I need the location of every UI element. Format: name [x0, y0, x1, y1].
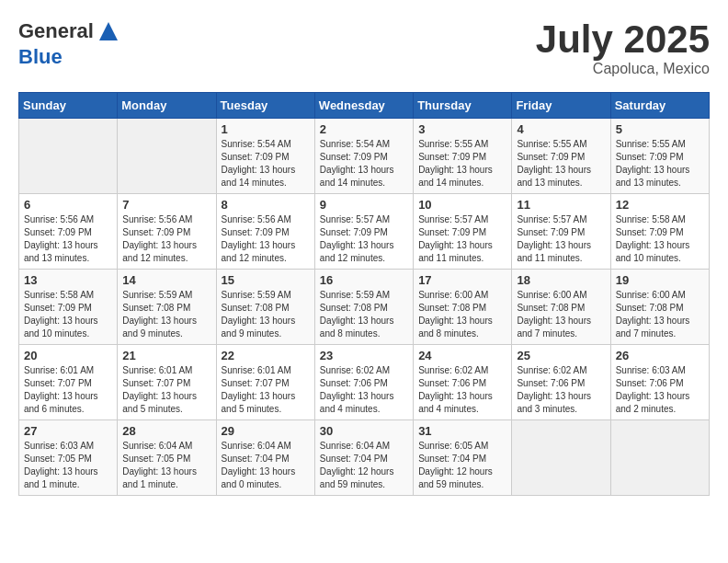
day-number: 19: [616, 273, 704, 287]
col-tuesday: Tuesday: [216, 93, 314, 119]
day-number: 23: [320, 349, 408, 362]
calendar-cell: [610, 420, 709, 496]
day-info: Sunrise: 5:59 AM Sunset: 7:08 PM Dayligh…: [122, 289, 210, 340]
calendar-cell: 15Sunrise: 5:59 AM Sunset: 7:08 PM Dayli…: [216, 270, 314, 345]
day-info: Sunrise: 6:04 AM Sunset: 7:04 PM Dayligh…: [320, 440, 408, 491]
day-info: Sunrise: 6:00 AM Sunset: 7:08 PM Dayligh…: [616, 289, 704, 340]
col-friday: Friday: [512, 93, 610, 119]
day-info: Sunrise: 5:54 AM Sunset: 7:09 PM Dayligh…: [222, 138, 310, 190]
day-info: Sunrise: 5:55 AM Sunset: 7:09 PM Dayligh…: [616, 138, 704, 190]
day-info: Sunrise: 5:58 AM Sunset: 7:09 PM Dayligh…: [616, 213, 704, 265]
calendar-cell: 5Sunrise: 5:55 AM Sunset: 7:09 PM Daylig…: [610, 119, 709, 194]
day-info: Sunrise: 6:00 AM Sunset: 7:08 PM Dayligh…: [517, 289, 605, 340]
day-info: Sunrise: 6:04 AM Sunset: 7:05 PM Dayligh…: [122, 440, 210, 491]
calendar-cell: 31Sunrise: 6:05 AM Sunset: 7:04 PM Dayli…: [414, 420, 512, 496]
day-info: Sunrise: 5:57 AM Sunset: 7:09 PM Dayligh…: [320, 213, 408, 265]
calendar-cell: 22Sunrise: 6:01 AM Sunset: 7:07 PM Dayli…: [216, 345, 314, 420]
day-info: Sunrise: 6:02 AM Sunset: 7:06 PM Dayligh…: [517, 364, 605, 416]
col-saturday: Saturday: [610, 93, 709, 119]
main-title: July 2025: [536, 18, 710, 61]
calendar-week-1: 1Sunrise: 5:54 AM Sunset: 7:09 PM Daylig…: [19, 119, 710, 194]
col-monday: Monday: [118, 93, 216, 119]
col-sunday: Sunday: [19, 93, 118, 119]
calendar-cell: 6Sunrise: 5:56 AM Sunset: 7:09 PM Daylig…: [19, 194, 118, 270]
day-number: 30: [320, 424, 408, 438]
day-number: 29: [222, 424, 310, 438]
day-info: Sunrise: 5:56 AM Sunset: 7:09 PM Dayligh…: [24, 213, 112, 265]
calendar-cell: 18Sunrise: 6:00 AM Sunset: 7:08 PM Dayli…: [512, 270, 610, 345]
day-number: 9: [320, 198, 408, 212]
calendar-cell: 23Sunrise: 6:02 AM Sunset: 7:06 PM Dayli…: [314, 345, 413, 420]
day-info: Sunrise: 5:57 AM Sunset: 7:09 PM Dayligh…: [418, 213, 506, 265]
day-number: 17: [418, 273, 506, 287]
day-info: Sunrise: 5:55 AM Sunset: 7:09 PM Dayligh…: [418, 138, 506, 190]
day-number: 14: [122, 273, 210, 287]
calendar-cell: 2Sunrise: 5:54 AM Sunset: 7:09 PM Daylig…: [314, 119, 413, 194]
day-number: 27: [24, 424, 112, 438]
logo-icon: [96, 18, 121, 44]
day-info: Sunrise: 6:03 AM Sunset: 7:06 PM Dayligh…: [616, 364, 704, 416]
calendar-table: Sunday Monday Tuesday Wednesday Thursday…: [18, 92, 710, 496]
calendar-week-2: 6Sunrise: 5:56 AM Sunset: 7:09 PM Daylig…: [19, 194, 710, 270]
day-number: 22: [222, 349, 310, 362]
calendar-cell: 13Sunrise: 5:58 AM Sunset: 7:09 PM Dayli…: [19, 270, 118, 345]
day-info: Sunrise: 5:56 AM Sunset: 7:09 PM Dayligh…: [222, 213, 310, 265]
calendar-header-row: Sunday Monday Tuesday Wednesday Thursday…: [19, 93, 710, 119]
day-number: 18: [517, 273, 605, 287]
col-thursday: Thursday: [414, 93, 512, 119]
calendar-cell: 24Sunrise: 6:02 AM Sunset: 7:06 PM Dayli…: [414, 345, 512, 420]
calendar-cell: 7Sunrise: 5:56 AM Sunset: 7:09 PM Daylig…: [118, 194, 216, 270]
calendar-cell: 17Sunrise: 6:00 AM Sunset: 7:08 PM Dayli…: [414, 270, 512, 345]
calendar-cell: 12Sunrise: 5:58 AM Sunset: 7:09 PM Dayli…: [610, 194, 709, 270]
calendar-cell: [118, 119, 216, 194]
logo: General Blue: [18, 18, 121, 68]
calendar-cell: 16Sunrise: 5:59 AM Sunset: 7:08 PM Dayli…: [314, 270, 413, 345]
calendar-cell: 21Sunrise: 6:01 AM Sunset: 7:07 PM Dayli…: [118, 345, 216, 420]
day-info: Sunrise: 6:01 AM Sunset: 7:07 PM Dayligh…: [222, 364, 310, 416]
day-number: 31: [418, 424, 506, 438]
logo-general: General: [18, 19, 94, 42]
logo-text: General Blue: [18, 18, 121, 68]
page-header: General Blue July 2025 Capoluca, Mexico: [18, 18, 710, 77]
calendar-week-5: 27Sunrise: 6:03 AM Sunset: 7:05 PM Dayli…: [19, 420, 710, 496]
day-info: Sunrise: 5:58 AM Sunset: 7:09 PM Dayligh…: [24, 289, 112, 340]
calendar-cell: 4Sunrise: 5:55 AM Sunset: 7:09 PM Daylig…: [512, 119, 610, 194]
day-info: Sunrise: 6:02 AM Sunset: 7:06 PM Dayligh…: [418, 364, 506, 416]
logo-blue: Blue: [18, 45, 63, 68]
day-number: 5: [616, 122, 704, 136]
day-info: Sunrise: 5:56 AM Sunset: 7:09 PM Dayligh…: [122, 213, 210, 265]
day-number: 15: [222, 273, 310, 287]
day-info: Sunrise: 6:05 AM Sunset: 7:04 PM Dayligh…: [418, 440, 506, 491]
day-number: 3: [418, 122, 506, 136]
calendar-week-3: 13Sunrise: 5:58 AM Sunset: 7:09 PM Dayli…: [19, 270, 710, 345]
calendar-cell: 26Sunrise: 6:03 AM Sunset: 7:06 PM Dayli…: [610, 345, 709, 420]
day-number: 4: [517, 122, 605, 136]
calendar-cell: 3Sunrise: 5:55 AM Sunset: 7:09 PM Daylig…: [414, 119, 512, 194]
day-number: 26: [616, 349, 704, 362]
calendar-cell: 10Sunrise: 5:57 AM Sunset: 7:09 PM Dayli…: [414, 194, 512, 270]
calendar-cell: 1Sunrise: 5:54 AM Sunset: 7:09 PM Daylig…: [216, 119, 314, 194]
calendar-week-4: 20Sunrise: 6:01 AM Sunset: 7:07 PM Dayli…: [19, 345, 710, 420]
day-info: Sunrise: 6:04 AM Sunset: 7:04 PM Dayligh…: [222, 440, 310, 491]
day-number: 25: [517, 349, 605, 362]
calendar-cell: 25Sunrise: 6:02 AM Sunset: 7:06 PM Dayli…: [512, 345, 610, 420]
day-number: 21: [122, 349, 210, 362]
calendar-cell: 20Sunrise: 6:01 AM Sunset: 7:07 PM Dayli…: [19, 345, 118, 420]
day-info: Sunrise: 5:57 AM Sunset: 7:09 PM Dayligh…: [517, 213, 605, 265]
day-info: Sunrise: 5:54 AM Sunset: 7:09 PM Dayligh…: [320, 138, 408, 190]
calendar-cell: 19Sunrise: 6:00 AM Sunset: 7:08 PM Dayli…: [610, 270, 709, 345]
day-number: 10: [418, 198, 506, 212]
day-number: 6: [24, 198, 112, 212]
calendar-cell: 8Sunrise: 5:56 AM Sunset: 7:09 PM Daylig…: [216, 194, 314, 270]
calendar-cell: 9Sunrise: 5:57 AM Sunset: 7:09 PM Daylig…: [314, 194, 413, 270]
title-block: July 2025 Capoluca, Mexico: [536, 18, 710, 77]
day-info: Sunrise: 6:01 AM Sunset: 7:07 PM Dayligh…: [122, 364, 210, 416]
svg-marker-0: [99, 22, 118, 40]
day-info: Sunrise: 6:03 AM Sunset: 7:05 PM Dayligh…: [24, 440, 112, 491]
col-wednesday: Wednesday: [314, 93, 413, 119]
day-number: 12: [616, 198, 704, 212]
day-info: Sunrise: 5:59 AM Sunset: 7:08 PM Dayligh…: [222, 289, 310, 340]
day-info: Sunrise: 5:59 AM Sunset: 7:08 PM Dayligh…: [320, 289, 408, 340]
calendar-cell: 14Sunrise: 5:59 AM Sunset: 7:08 PM Dayli…: [118, 270, 216, 345]
calendar-cell: 11Sunrise: 5:57 AM Sunset: 7:09 PM Dayli…: [512, 194, 610, 270]
